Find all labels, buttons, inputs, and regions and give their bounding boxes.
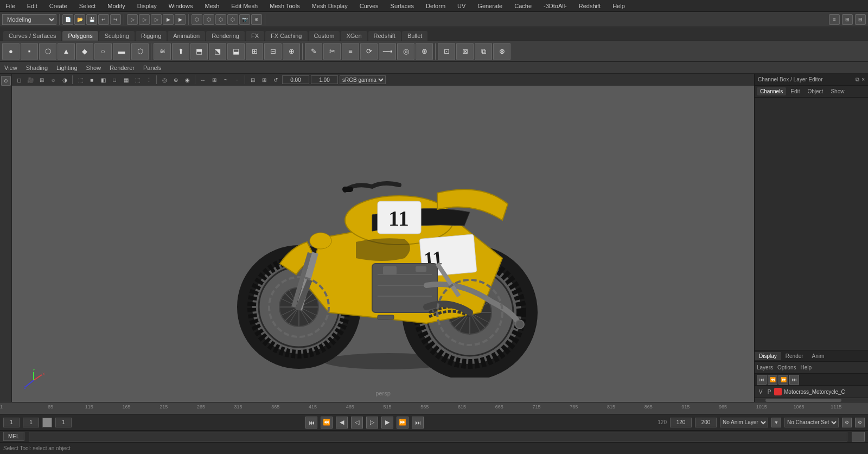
go-end-btn[interactable]: ⏭: [412, 417, 424, 429]
target-btn[interactable]: ⊕: [251, 14, 262, 25]
status-right-btn[interactable]: [852, 432, 865, 442]
snap-btn3[interactable]: ▷: [151, 14, 162, 25]
view-menu[interactable]: View: [2, 64, 20, 72]
menu-mesh-tools[interactable]: Mesh Tools: [267, 2, 302, 10]
shelf-offset[interactable]: ⊛: [416, 43, 433, 60]
menu-select[interactable]: Select: [77, 2, 98, 10]
shelf-tab-redshift[interactable]: Redshift: [368, 31, 401, 41]
menu-generate[interactable]: Generate: [475, 2, 505, 10]
menu-file[interactable]: File: [3, 2, 17, 10]
menu-curves[interactable]: Curves: [358, 2, 381, 10]
shelf-ring[interactable]: ◎: [397, 43, 414, 60]
vp-quality[interactable]: ◉: [182, 75, 192, 85]
vp-near-clip[interactable]: [282, 75, 309, 84]
vp-wireframe2[interactable]: ⬚: [132, 75, 142, 85]
menu-windows[interactable]: Windows: [167, 2, 195, 10]
rp-tab-edit[interactable]: Edit: [787, 87, 803, 95]
vp-select-mode[interactable]: ◻: [14, 75, 24, 85]
shelf-flow[interactable]: ⟿: [379, 43, 396, 60]
shelf-tab-polygons[interactable]: Polygons: [62, 31, 98, 41]
shading-menu[interactable]: Shading: [24, 64, 50, 72]
layer-prev[interactable]: ⏪: [768, 375, 777, 385]
shelf-tab-bullet[interactable]: Bullet: [402, 31, 428, 41]
shelf-plane[interactable]: ▬: [113, 43, 130, 60]
shelf-insert[interactable]: ≡: [342, 43, 359, 60]
layer-next[interactable]: ⏭: [789, 375, 799, 385]
start-frame-input[interactable]: [3, 418, 20, 427]
shelf-mirror[interactable]: ⊡: [438, 43, 455, 60]
mel-input[interactable]: [29, 432, 847, 442]
viewport[interactable]: ◻ 🎥 ⊞ ☼ ◑ ⬚ ■ ◧ □ ▦ ⬚ ⁚ ◎ ⊕ ◉ ↔ ⊞ ~: [12, 74, 754, 402]
menu-surfaces[interactable]: Surfaces: [388, 2, 416, 10]
shelf-loop[interactable]: ⟳: [360, 43, 378, 60]
shelf-bevel[interactable]: ⬔: [209, 43, 226, 60]
snap-btn5[interactable]: ▶: [175, 14, 186, 25]
prev-frame-btn[interactable]: ⏪: [321, 417, 333, 429]
menu-cache[interactable]: Cache: [512, 2, 534, 10]
vp-far-clip[interactable]: [311, 75, 338, 84]
redo-btn[interactable]: ↪: [110, 14, 121, 25]
shelf-tab-rendering[interactable]: Rendering: [206, 31, 245, 41]
tool-settings-btn[interactable]: ⊟: [855, 14, 866, 25]
render-btn[interactable]: ⬡: [192, 14, 202, 25]
shelf-tab-fx[interactable]: FX: [246, 31, 264, 41]
shelf-bridge[interactable]: ⬒: [190, 43, 208, 60]
shelf-cut[interactable]: ✂: [323, 43, 341, 60]
prev-key-btn[interactable]: ◀: [336, 417, 348, 429]
vp-snap-point[interactable]: ·: [232, 75, 242, 85]
char-set-btn2[interactable]: ⚙: [855, 418, 865, 427]
rp-scrollbar[interactable]: [755, 398, 868, 402]
channel-box-btn[interactable]: ≡: [829, 14, 840, 25]
shelf-disc[interactable]: ⬡: [131, 43, 149, 60]
frame-color-swatch[interactable]: [42, 418, 52, 427]
menu-uv[interactable]: UV: [455, 2, 468, 10]
vp-camera-attr[interactable]: ⊟: [248, 75, 258, 85]
go-start-btn[interactable]: ⏮: [305, 417, 317, 429]
no-char-set-select[interactable]: No Character Set: [784, 418, 839, 427]
shelf-merge[interactable]: ⬓: [227, 43, 245, 60]
menu-deform[interactable]: Deform: [424, 2, 448, 10]
next-frame-btn[interactable]: ⏩: [397, 417, 409, 429]
rp-scroll-thumb[interactable]: [765, 399, 841, 402]
right-panel-float[interactable]: ⧉: [856, 76, 859, 83]
timeline-ruler[interactable]: 1651151652152653153654154655155656156657…: [0, 402, 868, 414]
char-set-btn1[interactable]: ⚙: [842, 418, 852, 427]
snap-btn4[interactable]: ▶: [163, 14, 174, 25]
vp-light[interactable]: ☼: [48, 75, 58, 85]
shelf-tab-sculpting[interactable]: Sculpting: [99, 31, 135, 41]
menu-edit-mesh[interactable]: Edit Mesh: [229, 2, 260, 10]
menu-help[interactable]: Help: [610, 2, 627, 10]
shelf-extrude[interactable]: ⬆: [172, 43, 189, 60]
vp-textured[interactable]: ▦: [121, 75, 131, 85]
vp-isolate[interactable]: ◎: [159, 75, 169, 85]
shelf-tab-custom[interactable]: Custom: [309, 31, 340, 41]
obj-color-swatch[interactable]: [774, 388, 782, 395]
shelf-separate[interactable]: ⊟: [264, 43, 282, 60]
grab-screen-btn[interactable]: 📷: [239, 14, 250, 25]
vp-points[interactable]: ⁚: [144, 75, 154, 85]
shelf-cone[interactable]: ▲: [58, 43, 75, 60]
rp-tab-channels[interactable]: Channels: [757, 87, 786, 95]
shelf-quad[interactable]: ⧉: [475, 43, 492, 60]
layer-prev-prev[interactable]: ⏮: [757, 375, 767, 385]
shelf-smooth[interactable]: ≋: [154, 43, 171, 60]
options-label[interactable]: Options: [777, 365, 796, 370]
vp-refresh[interactable]: ↺: [271, 75, 280, 85]
shelf-target-weld[interactable]: ⊗: [493, 43, 510, 60]
vp-smooth[interactable]: ■: [87, 75, 97, 85]
menu-create[interactable]: Create: [47, 2, 69, 10]
layer-next-prev[interactable]: ⏩: [778, 375, 788, 385]
menu-modify[interactable]: Modify: [105, 2, 127, 10]
vp-manip[interactable]: ↔: [198, 75, 208, 85]
vp-snap-curve[interactable]: ~: [221, 75, 231, 85]
shelf-pen[interactable]: ✎: [305, 43, 322, 60]
anim-layer-btn[interactable]: ▼: [771, 418, 781, 427]
lt-snap[interactable]: ⊙: [1, 76, 11, 86]
vp-bounding[interactable]: □: [110, 75, 119, 85]
vp-flat[interactable]: ◧: [98, 75, 108, 85]
panels-menu[interactable]: Panels: [141, 64, 164, 72]
right-panel-close[interactable]: ×: [861, 76, 865, 83]
vp-camera[interactable]: 🎥: [25, 75, 35, 85]
menu-edit[interactable]: Edit: [25, 2, 40, 10]
rp-tab-object[interactable]: Object: [805, 87, 827, 95]
